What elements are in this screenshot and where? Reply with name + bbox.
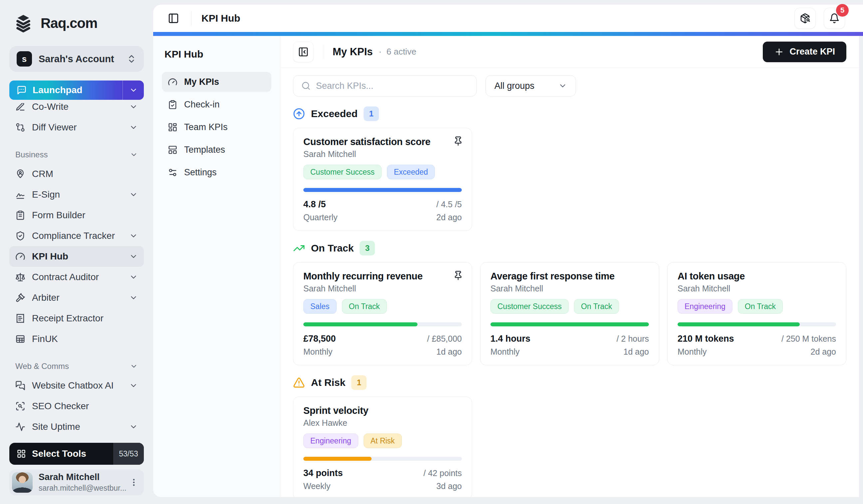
receipt-icon [15,313,25,323]
sidebar-item-finuk[interactable]: FinUK [9,329,144,349]
current-value: 34 points [303,468,343,478]
sidebar-section-business[interactable]: Business [9,146,144,164]
launchpad-label: Launchpad [33,85,82,95]
target-value: / 4.5 /5 [437,199,462,209]
sidebar-item-seo-checker[interactable]: SEO Checker [9,396,144,416]
account-switcher[interactable]: s Sarah's Account [9,46,144,72]
meta-row: Weekly 3d ago [303,481,462,491]
package-search-button[interactable] [795,8,816,29]
topbar-divider [191,11,191,25]
section-exceeded: Exceeded 1 [293,106,846,121]
search-input[interactable] [316,81,468,91]
pen-line-icon [15,103,25,112]
sidebar-item-receipt-extractor[interactable]: Receipt Extractor [9,308,144,329]
primary-sidebar: Raq.com s Sarah's Account Launchpad Co-W… [0,0,153,504]
git-compare-icon [15,122,25,132]
user-name: Sarah Mitchell [39,472,123,482]
progress-fill [490,322,649,326]
layout-dashboard-icon [168,122,177,132]
sidebar-item-diff-viewer[interactable]: Diff Viewer [9,117,144,138]
tags: Customer Success Exceeded [303,165,462,179]
launchpad-button[interactable]: Launchpad [9,80,144,100]
launchpad-main[interactable]: Launchpad [9,80,123,100]
select-tools-button[interactable]: Select Tools 53/53 [9,443,144,465]
sidebar-item-co-write[interactable]: Co-Write [9,103,144,117]
avatar [12,472,33,493]
messages-square-icon [15,380,25,390]
group-filter-select[interactable]: All groups [486,75,576,96]
value-row: 210 M tokens / 250 M tokens [677,334,836,344]
sidebar-section-web-comms[interactable]: Web & Comms [9,357,144,375]
circle-arrow-up-icon [293,108,305,120]
brand: Raq.com [9,10,144,46]
progress-track [677,322,836,326]
progress-track [490,322,649,326]
gavel-icon [15,293,25,303]
at-risk-cards: Sprint velocity Alex Hawke Engineering A… [293,397,846,497]
layout-template-icon [168,145,177,155]
updated: 1d ago [437,347,462,356]
section-count-badge: 1 [351,375,366,390]
create-kpi-button[interactable]: Create KPI [763,42,846,62]
subnav-item-my-kpis[interactable]: My KPIs [162,72,271,92]
sidebar-item-e-sign[interactable]: E-Sign [9,184,144,205]
page-title: My KPIs [333,46,373,58]
sidebar-item-contract-auditor[interactable]: Contract Auditor [9,267,144,287]
sidebar-item-arbiter[interactable]: Arbiter [9,287,144,308]
kpi-card-sprint-velocity[interactable]: Sprint velocity Alex Hawke Engineering A… [293,397,472,497]
kpi-card-average-first-response-time[interactable]: Average first response time Sarah Mitche… [480,262,659,365]
group-tag: Customer Success [490,299,569,314]
value-row: 4.8 /5 / 4.5 /5 [303,199,462,209]
sidebar-item-kpi-hub[interactable]: KPI Hub [9,246,144,267]
contact-pin-icon [15,169,25,179]
user-card[interactable]: Sarah Mitchell sarah.mitchell@westbur... [9,469,144,495]
kpi-card-ai-token-usage[interactable]: AI token usage Sarah Mitchell Engineerin… [667,262,846,365]
sidebar-item-site-uptime[interactable]: Site Uptime [9,416,144,437]
content-area: KPI Hub My KPIs Check-in Team KPIs Templ… [153,36,859,497]
layout-grid-icon [17,449,26,458]
notifications-button[interactable]: 5 [824,8,845,29]
topbar-title: KPI Hub [201,13,240,24]
progress-track [303,188,462,192]
tags: Engineering At Risk [303,434,462,448]
target-value: / 2 hours [617,334,649,344]
section-count-badge: 3 [360,241,375,256]
subnav-item-team-kpis[interactable]: Team KPIs [162,117,271,137]
kpi-card-monthly-recurring-revenue[interactable]: Monthly recurring revenue Sarah Mitchell… [293,262,472,365]
gauge-icon [15,251,25,261]
user-info: Sarah Mitchell sarah.mitchell@westbur... [39,472,123,493]
subnav-item-templates[interactable]: Templates [162,140,271,160]
more-vertical-icon[interactable] [129,478,138,487]
sidebar-item-crm[interactable]: CRM [9,164,144,184]
chevron-down-icon [129,423,138,431]
accent-gradient-bar [153,32,863,36]
table-icon [15,334,25,344]
exceeded-cards: Customer satisfaction score Sarah Mitche… [293,128,846,231]
updated: 2d ago [811,347,836,356]
launchpad-expand[interactable] [123,80,144,100]
plus-icon [774,47,784,57]
subnav-item-settings[interactable]: Settings [162,162,271,182]
kpi-card-customer-satisfaction[interactable]: Customer satisfaction score Sarah Mitche… [293,128,472,231]
progress-track [303,322,462,326]
value-row: 34 points / 42 points [303,468,462,478]
main-header: My KPIs · 6 active Create KPI [280,36,859,68]
status-tag: On Track [738,299,783,314]
meta-row: Monthly 2d ago [677,347,836,356]
subnav-item-check-in[interactable]: Check-in [162,94,271,114]
sidebar-item-website-chatbox-ai[interactable]: Website Chatbox AI [9,375,144,396]
sidebar-toggle-button[interactable] [166,11,181,26]
pin-icon[interactable] [453,270,463,281]
chevron-down-icon [129,103,138,111]
pin-icon[interactable] [453,136,463,146]
scale-icon [15,272,25,282]
collapse-subnav-button[interactable] [293,42,314,62]
search-box[interactable] [293,75,477,96]
chevron-down-icon [129,273,138,282]
select-tools-main[interactable]: Select Tools [9,443,113,465]
notification-badge: 5 [836,4,849,17]
sidebar-item-compliance-tracker[interactable]: Compliance Tracker [9,225,144,246]
sidebar-item-form-builder[interactable]: Form Builder [9,205,144,225]
section-count-badge: 1 [364,106,379,121]
message-dots-icon [17,85,27,95]
